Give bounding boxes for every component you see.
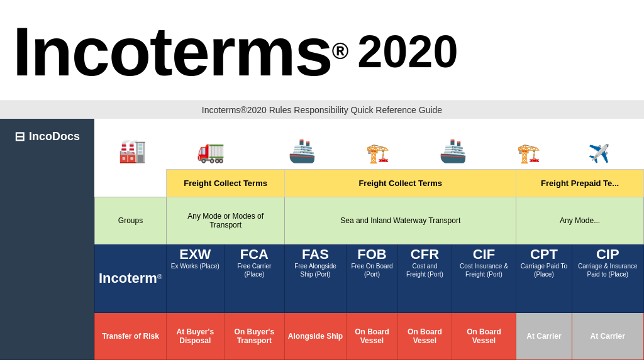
groups-label: Groups [95,197,167,244]
freight-prepaid-cell: Freight Prepaid Te... [516,170,644,197]
groups-any-mode: Any Mode or Modes of Transport [167,197,285,244]
incoterm-fca: FCA Free Carrier (Place) [224,244,285,313]
main-content: ⊟ IncoDocs 🏭 🚛 🚢 🏗️ 🚢 🏗️ ✈️ Freight Coll… [0,119,644,360]
groups-any-mode2: Any Mode... [516,197,644,244]
illustration-row: 🏭 🚛 🚢 🏗️ 🚢 🏗️ ✈️ [94,119,644,169]
transfer-exw: At Buyer's Disposal [167,312,225,359]
transfer-label: Transfer of Risk [95,312,167,359]
incoterm-exw: EXW Ex Works (Place) [167,244,225,313]
incoterm-row: Incoterm® EXW Ex Works (Place) FCA Free … [95,244,644,313]
subtitle-text: Incoterms®2020 Rules Responsibility Quic… [202,105,442,115]
groups-sea-inland: Sea and Inland Waterway Transport [285,197,516,244]
incoterm-cif: CIF Cost Insurance & Freight (Port) [452,244,516,313]
table-area: 🏭 🚛 🚢 🏗️ 🚢 🏗️ ✈️ Freight Collect Terms F… [94,119,644,360]
logo-label: IncoDocs [29,130,80,143]
illustrations: 🏭 🚛 🚢 🏗️ 🚢 🏗️ ✈️ [94,119,644,167]
transfer-cip: At Carrier [572,312,643,359]
title-year: 2020 [357,29,458,74]
groups-row: Groups Any Mode or Modes of Transport Se… [95,197,644,244]
incoterm-reg: ® [157,273,162,280]
logo-panel: ⊟ IncoDocs [0,119,94,360]
incoterm-fas: FAS Free Alongside Ship (Port) [285,244,347,313]
title-registered: ® [332,38,349,65]
transfer-fob: On Board Vessel [346,312,397,359]
incoterm-cip: CIP Carriage & Insurance Paid to (Place) [572,244,643,313]
incoterm-cpt: CPT Carriage Paid To (Place) [516,244,572,313]
incoterm-fob: FOB Free On Board (Port) [346,244,397,313]
incoterm-label-cell: Incoterm® [95,244,167,313]
rest-illustration: ✈️ [553,143,644,167]
transfer-row: Transfer of Risk At Buyer's Disposal On … [95,312,644,359]
incoterm-cfr: CFR Cost and Freight (Port) [398,244,452,313]
incodocs-logo: ⊟ IncoDocs [14,129,80,144]
title-incoterms: Incoterms [13,17,332,86]
transfer-cfr: On Board Vessel [398,312,452,359]
transfer-cpt: At Carrier [516,312,572,359]
ship2-illustration: 🚢 [402,138,503,167]
ship1-illustration: 🚢 [252,138,352,167]
logo-icon: ⊟ [14,129,25,144]
truck-illustration: 🚛 [170,138,252,167]
transfer-cif: On Board Vessel [452,312,516,359]
factory-illustration: 🏭 [94,138,170,167]
freight-row: Freight Collect Terms Freight Collect Te… [95,170,644,197]
incoterms-table: Freight Collect Terms Freight Collect Te… [94,169,644,360]
subtitle-bar: Incoterms®2020 Rules Responsibility Quic… [0,101,644,119]
crane2-illustration: 🏗️ [503,142,553,167]
transfer-fca: On Buyer's Transport [224,312,285,359]
page-header: Incoterms ® 2020 [0,0,644,101]
incoterm-main-label: Incoterm [99,270,157,286]
transfer-fas: Alongside Ship [285,312,347,359]
freight-collect-sea-cell: Freight Collect Terms [285,170,516,197]
crane1-illustration: 🏗️ [352,142,402,167]
freight-collect-cell: Freight Collect Terms [167,170,285,197]
